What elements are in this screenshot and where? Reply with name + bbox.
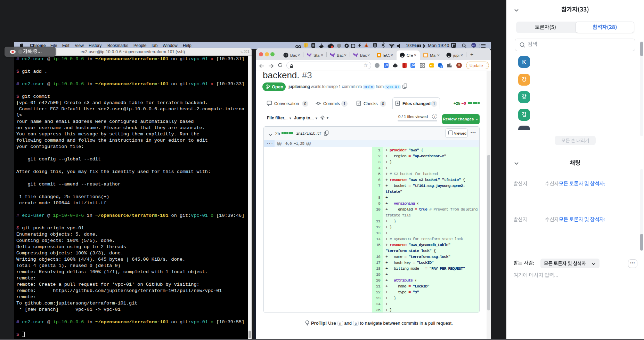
svg-text:1: 1 <box>441 65 442 68</box>
